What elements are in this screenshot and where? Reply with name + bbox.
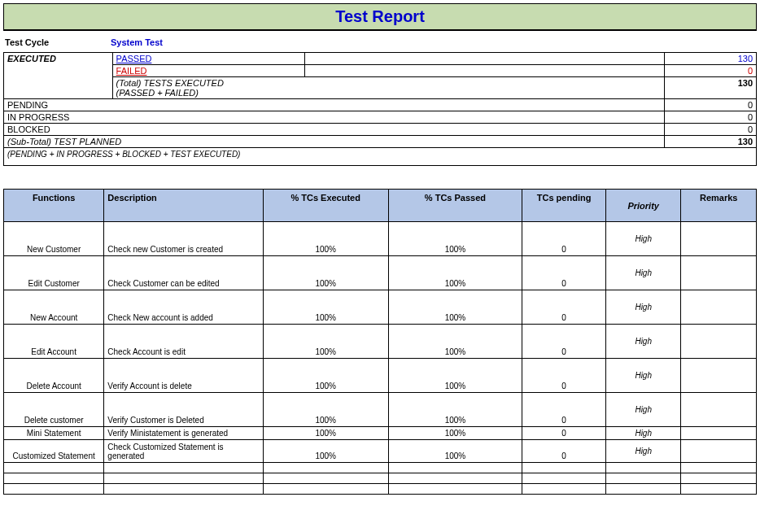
cell-function: Delete Account (4, 359, 104, 393)
cell-description: Verify Ministatement is generated (104, 427, 263, 440)
spacer (304, 53, 664, 65)
cell-priority: High (605, 222, 681, 256)
empty-cell (388, 473, 522, 484)
cell-pass: 100% (388, 359, 522, 393)
table-row: New CustomerCheck new Customer is create… (4, 222, 757, 256)
cell-remarks (681, 359, 757, 393)
empty-cell (4, 484, 104, 495)
formula-note: (PENDING + IN PROGRESS + BLOCKED + TEST … (3, 148, 757, 166)
empty-cell (388, 484, 522, 495)
total-exec-label: (Total) TESTS EXECUTED (PASSED + FAILED) (112, 77, 664, 99)
empty-cell (263, 473, 388, 484)
empty-cell (522, 484, 606, 495)
subtotal-label: (Sub-Total) TEST PLANNED (4, 136, 665, 148)
cell-pending: 0 (522, 325, 606, 359)
inprogress-label: IN PROGRESS (4, 111, 665, 124)
cell-pass: 100% (388, 256, 522, 290)
failed-link[interactable]: FAILED (116, 66, 147, 76)
header-description: Description (104, 190, 263, 222)
passed-link[interactable]: PASSED (116, 54, 152, 63)
empty-cell (263, 463, 388, 473)
details-header-row: Functions Description % TCs Executed % T… (4, 190, 757, 222)
executed-label: EXECUTED (4, 53, 113, 99)
cell-remarks (681, 427, 757, 440)
empty-cell (681, 473, 757, 484)
cell-pending: 0 (522, 222, 606, 256)
empty-cell (605, 473, 681, 484)
cell-priority: High (605, 359, 681, 393)
passed-value: 130 (664, 53, 756, 65)
cell-priority: High (605, 427, 681, 440)
cell-description: Verify Customer is Deleted (104, 393, 263, 427)
failed-value: 0 (664, 65, 756, 77)
cell-remarks (681, 256, 757, 290)
empty-cell (388, 463, 522, 473)
cell-priority: High (605, 256, 681, 290)
test-cycle-row: Test Cycle System Test (3, 31, 757, 50)
cell-function: Edit Account (4, 325, 104, 359)
cell-priority: High (605, 393, 681, 427)
cell-function: New Account (4, 290, 104, 325)
table-row-empty (4, 463, 757, 473)
blocked-label: BLOCKED (4, 124, 665, 136)
cell-exec: 100% (263, 256, 388, 290)
empty-cell (4, 463, 104, 473)
table-row-empty (4, 484, 757, 495)
cell-function: Mini Statement (4, 427, 104, 440)
empty-cell (522, 473, 606, 484)
cell-pass: 100% (388, 427, 522, 440)
cell-pending: 0 (522, 290, 606, 325)
cell-exec: 100% (263, 427, 388, 440)
table-row: Edit CustomerCheck Customer can be edite… (4, 256, 757, 290)
table-row-empty (4, 473, 757, 484)
header-priority: Priority (605, 190, 681, 222)
empty-cell (104, 473, 263, 484)
cell-remarks (681, 325, 757, 359)
header-exec: % TCs Executed (263, 190, 388, 222)
header-passed: % TCs Passed (388, 190, 522, 222)
cell-function: Delete customer (4, 393, 104, 427)
summary-table: EXECUTED PASSED 130 FAILED 0 (Total) TES… (3, 52, 757, 148)
empty-cell (681, 484, 757, 495)
cell-pending: 0 (522, 256, 606, 290)
cell-exec: 100% (263, 325, 388, 359)
cell-exec: 100% (263, 290, 388, 325)
cell-exec: 100% (263, 359, 388, 393)
inprogress-value: 0 (664, 111, 756, 124)
cell-pending: 0 (522, 393, 606, 427)
table-row: Delete AccountVerify Account is delete10… (4, 359, 757, 393)
cell-description: Verify Account is delete (104, 359, 263, 393)
cell-function: Edit Customer (4, 256, 104, 290)
cell-remarks (681, 290, 757, 325)
header-remarks: Remarks (681, 190, 757, 222)
details-table: Functions Description % TCs Executed % T… (3, 189, 757, 495)
header-functions: Functions (4, 190, 104, 222)
total-exec-value: 130 (664, 77, 756, 99)
empty-cell (104, 463, 263, 473)
table-row: Delete customerVerify Customer is Delete… (4, 393, 757, 427)
cell-priority: High (605, 440, 681, 463)
empty-cell (681, 463, 757, 473)
cell-description: Check Customized Statement is generated (104, 440, 263, 463)
empty-cell (4, 473, 104, 484)
empty-cell (522, 463, 606, 473)
spacer (304, 65, 664, 77)
empty-cell (104, 484, 263, 495)
cell-pass: 100% (388, 393, 522, 427)
blocked-value: 0 (664, 124, 756, 136)
cell-function: New Customer (4, 222, 104, 256)
table-row: New AccountCheck New account is added100… (4, 290, 757, 325)
table-row: Customized StatementCheck Customized Sta… (4, 440, 757, 463)
cell-pass: 100% (388, 325, 522, 359)
cell-remarks (681, 440, 757, 463)
table-row: Mini StatementVerify Ministatement is ge… (4, 427, 757, 440)
cell-pass: 100% (388, 222, 522, 256)
empty-cell (605, 463, 681, 473)
empty-cell (263, 484, 388, 495)
cell-remarks (681, 222, 757, 256)
cell-exec: 100% (263, 222, 388, 256)
pending-value: 0 (664, 99, 756, 111)
cell-pending: 0 (522, 440, 606, 463)
header-pending: TCs pending (522, 190, 606, 222)
cell-pass: 100% (388, 290, 522, 325)
